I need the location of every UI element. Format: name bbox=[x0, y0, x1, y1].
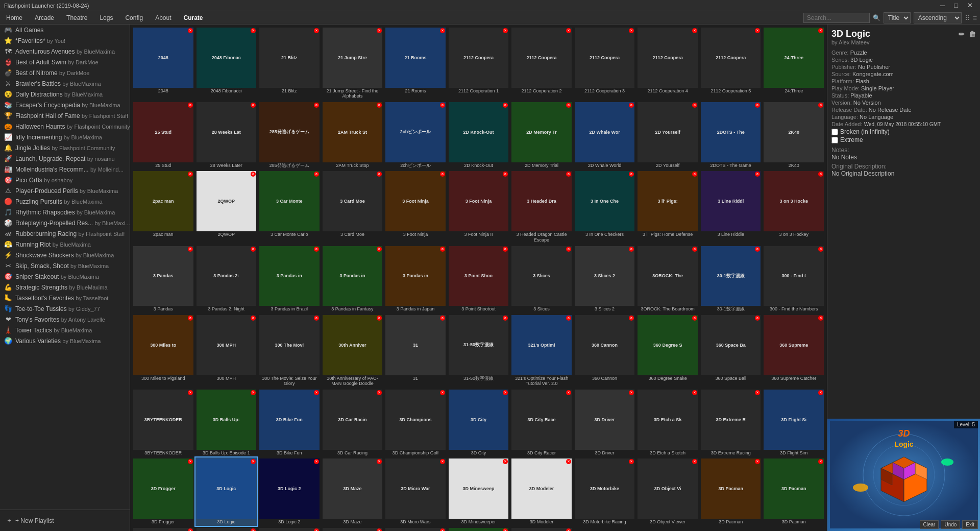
game-tile[interactable]: 3D Space ✕ 3D Space bbox=[510, 527, 573, 531]
remove-badge[interactable]: ✕ bbox=[188, 390, 193, 395]
game-tile[interactable]: 2DOTS - The ✕ 2DOTS - The Game bbox=[700, 101, 762, 169]
game-tile[interactable]: 30-1数字漫線 ✕ 30-1数字漫線 bbox=[700, 245, 762, 313]
game-tile[interactable]: 25 Stud ✕ 25 Stud bbox=[132, 101, 194, 169]
sidebar-item-rubberburning[interactable]: 🏎 Rubberburning Racing by Flashpoint Sta… bbox=[0, 228, 130, 239]
cols-icon[interactable]: ⠿ bbox=[965, 14, 970, 22]
menu-home[interactable]: Home bbox=[3, 13, 26, 22]
menu-theatre[interactable]: Theatre bbox=[63, 13, 90, 22]
remove-badge[interactable]: ✕ bbox=[566, 316, 571, 321]
game-tile[interactable]: 300 MPH ✕ 300 MPH bbox=[195, 314, 258, 388]
remove-badge[interactable]: ✕ bbox=[692, 28, 697, 33]
remove-badge[interactable]: ✕ bbox=[188, 247, 193, 252]
game-tile[interactable]: 3D Room Esca ✕ 3D Room Escape bbox=[384, 527, 447, 531]
game-tile[interactable]: 3D Car Racin ✕ 3D Car Racing bbox=[322, 389, 384, 456]
game-tile[interactable]: 21 Rooms ✕ 21 Rooms bbox=[384, 27, 447, 100]
game-tile[interactable]: 2pac man ✕ 2pac man bbox=[132, 170, 194, 244]
remove-badge[interactable]: ✕ bbox=[503, 247, 508, 252]
game-tile[interactable]: 3D Etch a Sk ✕ 3D Etch a Sketch bbox=[636, 389, 699, 456]
remove-badge[interactable]: ✕ bbox=[692, 316, 697, 321]
game-tile[interactable]: 3 Foot Ninja ✕ 3 Foot Ninja bbox=[384, 170, 447, 244]
remove-badge[interactable]: ✕ bbox=[566, 528, 571, 531]
game-tile[interactable]: 3D City ✕ 3D City bbox=[448, 389, 510, 456]
sidebar-item-tony[interactable]: ❤ Tony's Favorites by Antony Lavelle bbox=[0, 314, 130, 325]
remove-badge[interactable]: ✕ bbox=[692, 247, 697, 252]
game-tile[interactable]: 2112 Coopera ✕ 2112 Cooperation 1 bbox=[448, 27, 510, 100]
remove-badge[interactable]: ✕ bbox=[251, 528, 256, 531]
sidebar-item-tower[interactable]: 🗼 Tower Tactics by BlueMaxima bbox=[0, 325, 130, 335]
game-tile[interactable]: 3D Pacman ✕ 3D Pacman bbox=[763, 457, 825, 525]
game-tile[interactable]: 31 ✕ 31 bbox=[384, 314, 447, 388]
game-tile[interactable]: 2112 Coopera ✕ 2112 Cooperation 2 bbox=[510, 27, 573, 100]
remove-badge[interactable]: ✕ bbox=[566, 103, 571, 108]
game-tile[interactable]: 3 Point Shoo ✕ 3 Point Shootout bbox=[448, 245, 510, 313]
remove-badge[interactable]: ✕ bbox=[440, 28, 445, 33]
remove-badge[interactable]: ✕ bbox=[440, 247, 445, 252]
bars-icon[interactable]: ≡ bbox=[973, 14, 977, 22]
game-tile[interactable]: 3BYTEENKODER ✕ 3BYTEENKODER bbox=[132, 389, 194, 456]
remove-badge[interactable]: ✕ bbox=[566, 390, 571, 395]
remove-badge[interactable]: ✕ bbox=[314, 247, 319, 252]
sidebar-item-toe[interactable]: 👣 Toe-to-Toe Tussles by Giddy_77 bbox=[0, 303, 130, 314]
game-tile[interactable]: 3 In One Che ✕ 3 In One Checkers bbox=[574, 170, 636, 244]
game-tile[interactable]: 3OROCK: The ✕ 3OROCK: The Boardroom bbox=[636, 245, 699, 313]
maximize-button[interactable]: □ bbox=[951, 2, 961, 9]
sidebar-item-strategic[interactable]: 💪 Strategic Strengths by BlueMaxima bbox=[0, 282, 130, 293]
title-sort-select[interactable]: Title bbox=[884, 12, 911, 23]
remove-badge[interactable]: ✕ bbox=[566, 247, 571, 252]
remove-badge[interactable]: ✕ bbox=[314, 103, 319, 108]
game-tile[interactable]: 21 Jump Stre ✕ 21 Jump Street - Find the… bbox=[322, 27, 384, 100]
game-tile[interactable]: 2QWOP ✕ 2QWOP bbox=[195, 170, 258, 244]
remove-badge[interactable]: ✕ bbox=[314, 390, 319, 395]
game-tile[interactable]: 3D Motorbike ✕ 3D Motorbike Racing bbox=[574, 457, 636, 525]
remove-badge[interactable]: ✕ bbox=[377, 247, 382, 252]
game-tile[interactable]: 285発逃げるゲーム ✕ 285発逃げるゲーム bbox=[258, 101, 321, 169]
game-tile[interactable]: 300 - Find t ✕ 300 - Find the Numbers bbox=[763, 245, 825, 313]
game-tile[interactable]: 3D Racing Cr ✕ 3D Racing Craze bbox=[322, 527, 384, 531]
minimize-button[interactable]: ─ bbox=[937, 2, 948, 9]
game-tile[interactable]: 3 Slices 2 ✕ 3 Slices 2 bbox=[574, 245, 636, 313]
sidebar-item-launch[interactable]: 🚀 Launch, Upgrade, Repeat by nosamu bbox=[0, 153, 130, 164]
game-tile[interactable]: 321's Optimi ✕ 321's Optimize Your Flash… bbox=[510, 314, 573, 388]
game-tile[interactable]: 3D Pong Z ✕ 3D Pong Z bbox=[195, 527, 258, 531]
game-tile[interactable]: 360 Degree S ✕ 360 Degree Snake bbox=[636, 314, 699, 388]
remove-badge[interactable]: ✕ bbox=[818, 247, 823, 252]
remove-badge[interactable]: ✕ bbox=[314, 528, 319, 531]
game-tile[interactable]: 3 Line Riddl ✕ 3 Line Riddle bbox=[700, 170, 762, 244]
sidebar-item-idly[interactable]: 📈 Idly Incrementing by BlueMaxima bbox=[0, 132, 130, 142]
remove-badge[interactable]: ✕ bbox=[188, 528, 193, 531]
remove-badge[interactable]: ✕ bbox=[440, 528, 445, 531]
sidebar-item-pico[interactable]: 🎯 Pico Gr8s by oshaboy bbox=[0, 175, 130, 185]
remove-badge[interactable]: ✕ bbox=[314, 316, 319, 321]
game-tile[interactable]: 2chビンポール ✕ 2chビンポール bbox=[384, 101, 447, 169]
sidebar-item-various[interactable]: 🌍 Various Varieties by BlueMaxima bbox=[0, 335, 130, 346]
game-tile[interactable]: 3 Pandas in ✕ 3 Pandas in Fantasy bbox=[322, 245, 384, 313]
game-tile[interactable]: 2D Memory Tr ✕ 2D Memory Trial bbox=[510, 101, 573, 169]
sidebar-item-molleindustria[interactable]: 🏭 Molleindustria's Recomm... by Molleind… bbox=[0, 164, 130, 175]
game-tile[interactable]: 3D Balls Up: ✕ 3D Balls Up: Episode 1 bbox=[195, 389, 258, 456]
sidebar-item-brawlers[interactable]: ⚔ Brawler's Battles by BlueMaxima bbox=[0, 78, 130, 89]
game-tile[interactable]: 3 li' Pigs: ✕ 3 li' Pigs: Home Defense bbox=[636, 170, 699, 244]
game-tile[interactable]: 3D scooter ✕ 3D scooter bbox=[448, 527, 510, 531]
edit-icon[interactable]: ✏ bbox=[959, 30, 965, 38]
sidebar-item-tasselfoot[interactable]: 🦶 Tasselfoot's Favorites by Tasselfoot bbox=[0, 293, 130, 303]
game-grid-container[interactable]: 2048 ✕ 2048 2048 Fibonac ✕ 2048 Fibonacc… bbox=[130, 25, 827, 531]
sidebar-item-shockwave[interactable]: ⚡ Shockwave Shockers by BlueMaxima bbox=[0, 250, 130, 260]
remove-badge[interactable]: ✕ bbox=[440, 316, 445, 321]
search-icon[interactable]: 🔍 bbox=[873, 14, 880, 21]
remove-badge[interactable]: ✕ bbox=[692, 390, 697, 395]
game-tile[interactable]: 2112 Coopera ✕ 2112 Cooperation 4 bbox=[636, 27, 699, 100]
game-tile[interactable]: 3 on 3 Hocke ✕ 3 on 3 Hockey bbox=[763, 170, 825, 244]
game-tile[interactable]: 3 Pandas ✕ 3 Pandas bbox=[132, 245, 194, 313]
game-tile[interactable]: 3 Slices ✕ 3 Slices bbox=[510, 245, 573, 313]
game-tile[interactable]: 2112 Coopera ✕ 2112 Cooperation 5 bbox=[700, 27, 762, 100]
sidebar-item-roleplaying[interactable]: 🎲 Roleplaying-Propelled Res... by BlueMa… bbox=[0, 218, 130, 228]
game-tile[interactable]: 300 The Movi ✕ 300 The Movie: Seize Your… bbox=[258, 314, 321, 388]
game-tile[interactable]: 2112 Coopera ✕ 2112 Cooperation 3 bbox=[574, 27, 636, 100]
game-tile[interactable]: 3D Logic 2 ✕ 3D Logic 2 bbox=[258, 457, 321, 525]
remove-badge[interactable]: ✕ bbox=[314, 28, 319, 33]
game-tile[interactable]: 2D Whale Wor ✕ 2D Whale World bbox=[574, 101, 636, 169]
game-tile[interactable]: 2048 Fibonac ✕ 2048 Fibonacci bbox=[195, 27, 258, 100]
game-tile[interactable]: 3D Flight Si ✕ 3D Flight Sim bbox=[763, 389, 825, 456]
remove-badge[interactable]: ✕ bbox=[440, 103, 445, 108]
game-tile[interactable]: 3D Pong 4 U ✕ 3D Pong 4 U bbox=[132, 527, 194, 531]
